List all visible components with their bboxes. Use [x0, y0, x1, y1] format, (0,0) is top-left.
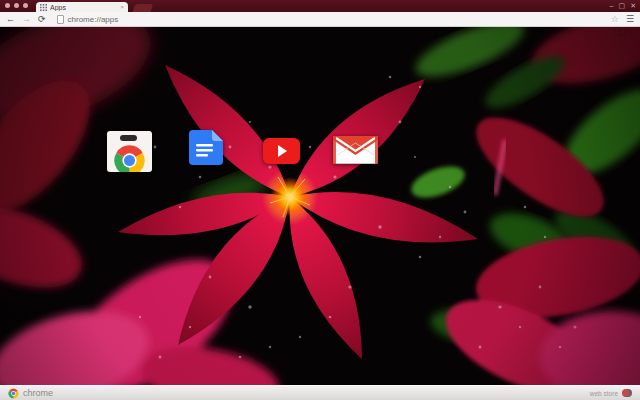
- new-tab-page: Apps: [0, 27, 640, 385]
- youtube-app-icon[interactable]: [263, 138, 300, 164]
- tab-title: Apps: [50, 4, 117, 11]
- bookmark-star-icon[interactable]: ☆: [611, 14, 619, 24]
- chrome-footer-logo-icon: [8, 388, 19, 399]
- chrome-app-icon[interactable]: [107, 131, 152, 172]
- window-buttons: [5, 3, 28, 8]
- window-controls: – ▢ ✕: [610, 1, 636, 11]
- forward-icon[interactable]: →: [22, 15, 31, 24]
- reload-icon[interactable]: ⟳: [38, 15, 46, 24]
- footer-brand-text: chrome: [23, 388, 53, 398]
- web-store-logo-icon: [622, 389, 632, 397]
- url-text[interactable]: chrome://apps: [68, 15, 119, 24]
- web-store-text: web store: [590, 390, 618, 397]
- tab-close-icon[interactable]: ×: [120, 4, 124, 10]
- browser-tab-apps[interactable]: Apps ×: [36, 2, 128, 12]
- minimize-icon[interactable]: –: [610, 1, 614, 11]
- chrome-logo-icon: [113, 144, 146, 172]
- new-tab-button[interactable]: [133, 4, 154, 12]
- footer-brand: chrome: [8, 388, 53, 399]
- window-button-minimize[interactable]: [14, 3, 19, 8]
- footer-store: web store: [590, 389, 632, 397]
- window-button-close[interactable]: [5, 3, 10, 8]
- gmail-app-icon[interactable]: [333, 136, 378, 164]
- apps-grid-icon: [40, 4, 47, 11]
- back-icon[interactable]: ←: [6, 15, 15, 24]
- docs-app-icon[interactable]: [189, 130, 223, 165]
- flower-wallpaper: [0, 27, 640, 385]
- gmail-envelope-icon: [333, 136, 378, 164]
- title-bar: Apps × – ▢ ✕: [0, 0, 640, 12]
- docs-icon: [189, 130, 223, 165]
- browser-window: Apps × – ▢ ✕ ← → ⟳ chrome://apps ☆ ☰: [0, 0, 640, 400]
- menu-icon[interactable]: ☰: [626, 14, 634, 24]
- close-icon[interactable]: ✕: [630, 1, 636, 11]
- page-icon: [57, 15, 64, 24]
- play-icon: [278, 145, 287, 157]
- window-button-maximize[interactable]: [23, 3, 28, 8]
- toolbar: ← → ⟳ chrome://apps ☆ ☰: [0, 12, 640, 27]
- maximize-icon[interactable]: ▢: [619, 1, 626, 11]
- bookmarks-bar-apps-label[interactable]: Apps: [614, 28, 630, 35]
- footer-bar: chrome web store: [0, 385, 640, 400]
- tile-handle: [120, 135, 137, 141]
- address-bar[interactable]: chrome://apps: [53, 15, 604, 24]
